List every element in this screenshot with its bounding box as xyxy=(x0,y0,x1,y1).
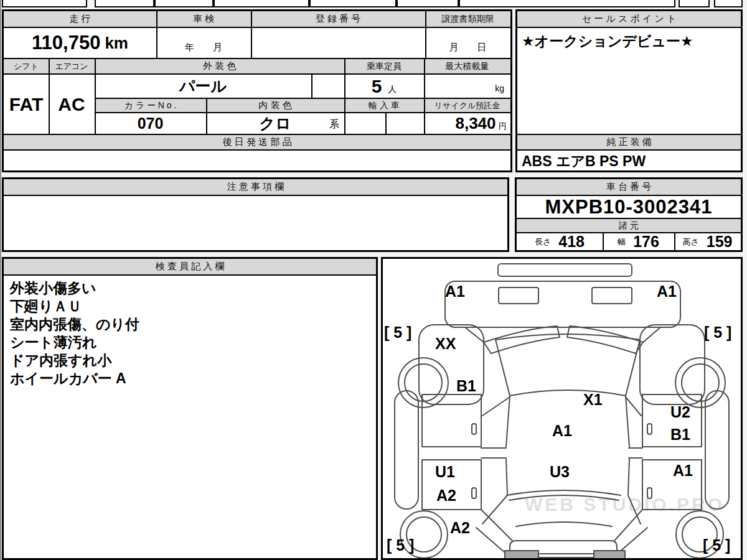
watermark: WEB STUDIO.PRO xyxy=(525,494,725,515)
interior-color-cell: クロ 系 xyxy=(206,113,344,134)
recycle-deposit-header: リサイクル預託金 xyxy=(424,98,510,113)
damage-code: A1 xyxy=(673,462,693,480)
vehicle-data-table: 後 日 発 送 部 品 走 行 車 検 登 録 番 号 譲渡書類期限 110,7… xyxy=(2,9,512,172)
interior-color-suffix: 系 xyxy=(329,118,339,131)
interior-color-header: 内 装 色 xyxy=(206,98,344,113)
inspector-note-line: 下廻りＡＵ xyxy=(10,297,82,315)
notes-value xyxy=(7,199,502,246)
top-row-cell xyxy=(714,0,743,7)
spec-length-value: 418 xyxy=(558,233,585,251)
shaken-header: 車 検 xyxy=(156,11,251,27)
damage-code: U1 xyxy=(435,463,455,481)
spec-length-cell: 長さ 418 xyxy=(517,233,603,250)
later-parts-header: 後 日 発 送 部 品 xyxy=(4,134,510,151)
specs-header: 諸 元 xyxy=(517,218,741,233)
chassis-specs-table: 車 台 番 号 MXPB10-3002341 諸 元 長さ 418 幅 176 … xyxy=(515,177,743,252)
damage-code: U2 xyxy=(670,403,690,421)
damage-code: A1 xyxy=(445,282,465,301)
auction-sheet: 後 日 発 送 部 品 走 行 車 検 登 録 番 号 譲渡書類期限 110,7… xyxy=(0,0,747,560)
damage-diagram: WEB STUDIO.PRO A1 A1 [ 5 ] [ 5 ] XX B1 X… xyxy=(381,257,743,560)
max-load-header: 最大積載量 xyxy=(424,59,510,73)
tread-depth: [ 5 ] xyxy=(704,324,731,342)
damage-code: XX xyxy=(435,335,456,353)
registration-value xyxy=(251,28,425,58)
spec-height-label: 高さ xyxy=(682,236,698,248)
top-row-cell xyxy=(214,0,309,7)
scan-edge xyxy=(0,0,1,560)
notes-header: 注 意 事 項 欄 xyxy=(4,179,507,196)
genuine-equipment-value: ABS エアB PS PW xyxy=(522,152,736,171)
top-row-cell xyxy=(679,0,710,7)
mileage-value-cell: 110,750 km xyxy=(4,28,156,58)
shaken-value: 年 月 xyxy=(156,28,251,58)
inspector-note-line: シート薄汚れ xyxy=(10,334,97,352)
capacity-value: 5 xyxy=(372,76,382,97)
mileage-value: 110,750 xyxy=(32,32,100,54)
spec-width-value: 176 xyxy=(633,233,659,251)
sales-point-table: セ ー ル ス ポ イ ン ト ★オークションデビュー★ 純 正 装 備 ABS… xyxy=(515,9,743,172)
tread-depth: [ 5 ] xyxy=(703,536,730,554)
inspector-note-line: 外装小傷多い xyxy=(10,279,96,297)
damage-code: A2 xyxy=(436,487,456,505)
damage-code: A1 xyxy=(552,422,572,440)
recycle-deposit-unit: 円 xyxy=(499,121,507,131)
inspector-note-line: ホイールカバー A xyxy=(10,370,126,388)
damage-code: B1 xyxy=(456,377,476,395)
exterior-color-value: パール xyxy=(95,75,311,98)
transfer-deadline-header: 譲渡書類期限 xyxy=(425,11,510,27)
aircon-header: エアコン xyxy=(49,59,95,73)
transfer-deadline-value: 月 日 xyxy=(425,28,510,58)
registration-header: 登 録 番 号 xyxy=(251,11,425,27)
spec-width-label: 幅 xyxy=(618,236,626,248)
spec-length-label: 長さ xyxy=(535,236,551,248)
exterior-color-header: 外 装 色 xyxy=(95,59,344,73)
capacity-unit: 人 xyxy=(388,78,397,95)
max-load-unit: kg xyxy=(424,75,510,98)
damage-code: U3 xyxy=(550,463,570,481)
damage-code: A1 xyxy=(657,282,677,301)
shift-value: FAT xyxy=(4,75,49,134)
chassis-number-header: 車 台 番 号 xyxy=(517,179,741,196)
damage-code: X1 xyxy=(583,391,603,409)
tread-depth: [ 5 ] xyxy=(384,324,411,342)
color-no-value: 070 xyxy=(95,113,206,134)
inspector-note-line: 室内内張傷、のり付 xyxy=(10,315,139,334)
top-row-cell xyxy=(95,0,154,7)
spec-width-cell: 幅 176 xyxy=(603,233,674,250)
shift-header: シフト xyxy=(4,59,49,73)
inspector-notes-table: 検 査 員 記 入 欄 外装小傷多い 下廻りＡＵ 室内内張傷、のり付 シート薄汚… xyxy=(2,257,378,560)
genuine-equipment-header: 純 正 装 備 xyxy=(517,134,741,151)
inspector-notes-header: 検 査 員 記 入 欄 xyxy=(4,259,376,276)
aircon-value: AC xyxy=(49,75,95,134)
mileage-header: 走 行 xyxy=(4,11,156,27)
top-row-cell xyxy=(2,0,87,7)
spec-height-value: 159 xyxy=(707,233,733,251)
sales-point-value: ★オークションデビュー★ xyxy=(522,32,736,51)
top-row-cell xyxy=(459,0,675,7)
damage-code: A2 xyxy=(450,519,470,537)
damage-code: B1 xyxy=(670,426,690,444)
capacity-header: 乗車定員 xyxy=(344,59,424,73)
color-no-header: カ ラ ー N o . xyxy=(95,98,206,113)
import-car-header: 輸 入 車 xyxy=(344,98,424,113)
interior-color-value: クロ xyxy=(206,113,344,134)
recycle-deposit-cell: 8,340 円 xyxy=(424,113,510,134)
inspector-note-line: ドア内張すれ小 xyxy=(10,352,111,370)
top-row-cell xyxy=(309,0,397,7)
recycle-deposit-value: 8,340 xyxy=(455,114,496,133)
sales-point-header: セ ー ル ス ポ イ ン ト xyxy=(517,11,741,28)
notes-table: 注 意 事 項 欄 xyxy=(2,177,509,252)
tread-depth: [ 5 ] xyxy=(387,536,414,554)
top-row-cell xyxy=(397,0,459,7)
mileage-unit: km xyxy=(105,34,128,53)
top-row-cell xyxy=(154,0,214,7)
chassis-number-value: MXPB10-3002341 xyxy=(517,196,741,218)
capacity-value-cell: 5 人 xyxy=(344,75,424,98)
spec-height-cell: 高さ 159 xyxy=(674,233,741,250)
